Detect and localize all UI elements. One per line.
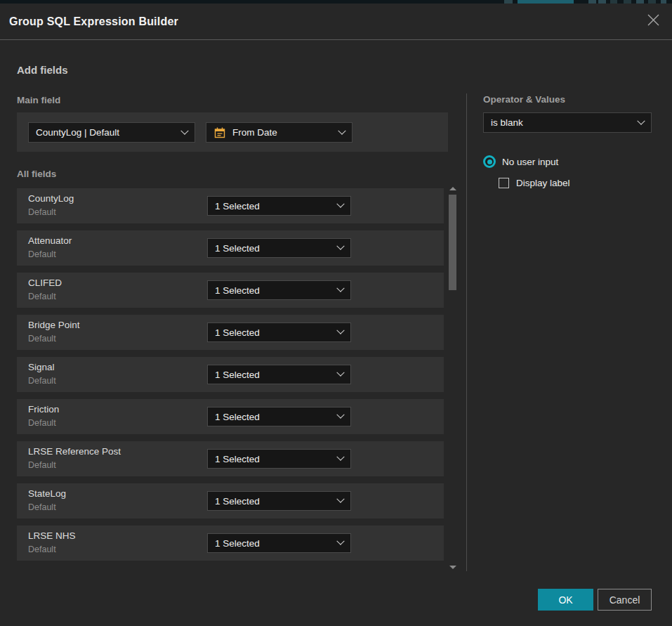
operator-values-label: Operator & Values bbox=[483, 94, 565, 105]
no-user-input-radio[interactable]: No user input bbox=[483, 155, 558, 168]
close-button[interactable] bbox=[644, 12, 662, 30]
field-selection-dropdown[interactable]: 1 Selected bbox=[207, 533, 351, 553]
layer-select-value: CountyLog | Default bbox=[36, 127, 176, 138]
no-user-input-label: No user input bbox=[502, 157, 558, 167]
field-selection-value: 1 Selected bbox=[215, 454, 332, 464]
field-row: StateLog Default 1 Selected bbox=[17, 483, 444, 519]
cancel-button[interactable]: Cancel bbox=[598, 589, 652, 611]
field-selection-value: 1 Selected bbox=[215, 285, 332, 296]
group-sql-expression-builder-dialog: Group SQL Expression Builder Add fields … bbox=[0, 4, 672, 626]
field-name: CLIFED bbox=[28, 278, 62, 288]
display-label-checkbox[interactable]: Display label bbox=[499, 178, 570, 188]
list-scrollbar[interactable] bbox=[447, 185, 459, 571]
field-selection-value: 1 Selected bbox=[215, 201, 332, 211]
radio-selected-icon bbox=[483, 155, 496, 168]
field-row: Friction Default 1 Selected bbox=[17, 399, 444, 434]
ok-button[interactable]: OK bbox=[538, 589, 593, 611]
add-fields-heading: Add fields bbox=[17, 64, 68, 76]
field-selection-dropdown[interactable]: 1 Selected bbox=[207, 491, 351, 511]
field-sublabel: Default bbox=[28, 502, 56, 512]
field-selection-value: 1 Selected bbox=[215, 412, 332, 422]
titlebar-divider bbox=[0, 39, 672, 40]
field-name: Attenuator bbox=[28, 235, 72, 246]
chevron-down-icon bbox=[336, 453, 344, 461]
all-fields-list: CountyLog Default 1 Selected Attenuator … bbox=[17, 185, 444, 568]
chevron-down-icon bbox=[336, 285, 344, 292]
field-selection-dropdown[interactable]: 1 Selected bbox=[207, 322, 351, 342]
main-field-label: Main field bbox=[17, 95, 60, 105]
checkbox-unchecked-icon bbox=[499, 178, 509, 188]
chevron-down-icon bbox=[336, 327, 344, 334]
main-field-container: CountyLog | Default From Date bbox=[17, 112, 448, 152]
main-field-select-value: From Date bbox=[232, 127, 334, 138]
close-icon bbox=[647, 14, 659, 28]
field-row: LRSE Reference Post Default 1 Selected bbox=[17, 441, 444, 476]
field-selection-dropdown[interactable]: 1 Selected bbox=[207, 196, 351, 216]
dialog-titlebar: Group SQL Expression Builder bbox=[0, 4, 672, 39]
all-fields-label: All fields bbox=[17, 169, 56, 179]
dialog-title: Group SQL Expression Builder bbox=[9, 15, 178, 28]
chevron-down-icon bbox=[336, 495, 344, 503]
field-selection-dropdown[interactable]: 1 Selected bbox=[207, 280, 351, 300]
field-name: Friction bbox=[28, 404, 59, 415]
field-selection-value: 1 Selected bbox=[215, 538, 332, 549]
chevron-down-icon bbox=[637, 117, 645, 124]
field-sublabel: Default bbox=[28, 460, 56, 470]
calendar-icon bbox=[213, 126, 226, 139]
field-row: LRSE NHS Default 1 Selected bbox=[17, 526, 444, 561]
field-name: Signal bbox=[28, 362, 55, 372]
main-field-select[interactable]: From Date bbox=[206, 122, 353, 143]
field-row: Attenuator Default 1 Selected bbox=[17, 230, 444, 266]
field-selection-dropdown[interactable]: 1 Selected bbox=[207, 449, 351, 469]
field-row: CLIFED Default 1 Selected bbox=[17, 273, 444, 308]
chevron-down-icon bbox=[338, 126, 345, 134]
screen: Group SQL Expression Builder Add fields … bbox=[0, 0, 672, 626]
field-sublabel: Default bbox=[28, 292, 56, 301]
field-selection-value: 1 Selected bbox=[215, 327, 332, 338]
field-sublabel: Default bbox=[28, 545, 56, 554]
scroll-down-arrow-icon[interactable] bbox=[449, 566, 456, 569]
field-selection-value: 1 Selected bbox=[215, 243, 332, 254]
field-sublabel: Default bbox=[28, 376, 56, 386]
operator-select[interactable]: is blank bbox=[483, 112, 652, 133]
field-name: LRSE NHS bbox=[28, 530, 76, 541]
display-label-text: Display label bbox=[516, 178, 570, 188]
chevron-down-icon bbox=[336, 369, 344, 377]
field-name: CountyLog bbox=[28, 193, 74, 204]
field-row: Bridge Point Default 1 Selected bbox=[17, 315, 444, 350]
field-sublabel: Default bbox=[28, 207, 56, 217]
panel-divider bbox=[466, 93, 467, 571]
chevron-down-icon bbox=[336, 411, 344, 419]
field-row: CountyLog Default 1 Selected bbox=[17, 188, 444, 223]
field-selection-value: 1 Selected bbox=[215, 370, 332, 380]
field-sublabel: Default bbox=[28, 334, 56, 344]
chevron-down-icon bbox=[180, 126, 188, 134]
scrollbar-thumb[interactable] bbox=[449, 195, 456, 290]
field-selection-dropdown[interactable]: 1 Selected bbox=[207, 407, 351, 426]
operator-select-value: is blank bbox=[491, 117, 633, 128]
chevron-down-icon bbox=[336, 242, 344, 250]
scroll-up-arrow-icon[interactable] bbox=[449, 187, 456, 190]
field-row: Signal Default 1 Selected bbox=[17, 357, 444, 392]
field-sublabel: Default bbox=[28, 249, 56, 259]
field-selection-dropdown[interactable]: 1 Selected bbox=[207, 238, 351, 258]
layer-select[interactable]: CountyLog | Default bbox=[28, 122, 195, 143]
field-selection-dropdown[interactable]: 1 Selected bbox=[207, 365, 351, 384]
chevron-down-icon bbox=[336, 537, 344, 545]
chevron-down-icon bbox=[336, 200, 344, 208]
field-name: LRSE Reference Post bbox=[28, 446, 121, 457]
field-selection-value: 1 Selected bbox=[215, 496, 332, 507]
field-sublabel: Default bbox=[28, 418, 56, 428]
field-name: StateLog bbox=[28, 488, 66, 499]
field-name: Bridge Point bbox=[28, 320, 80, 330]
